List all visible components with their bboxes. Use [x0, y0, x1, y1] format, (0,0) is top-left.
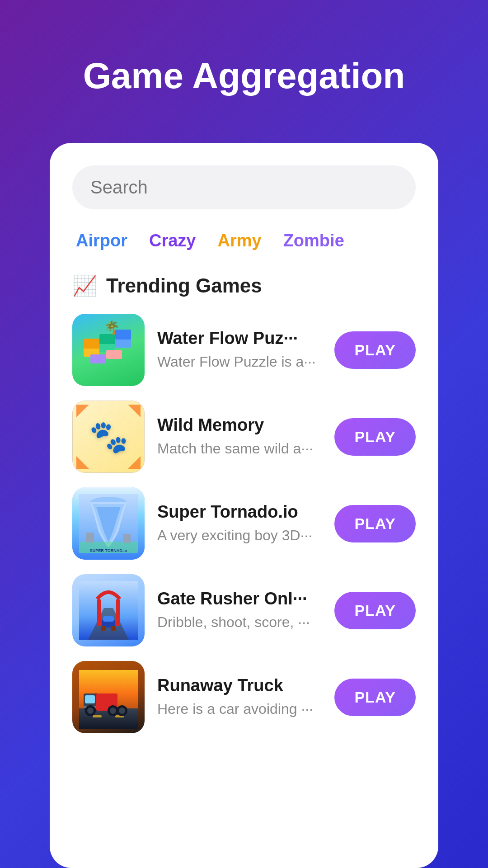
search-bar[interactable]	[72, 165, 416, 209]
game-info-gate-rusher: Gate Rusher Onl··· Dribble, shoot, score…	[157, 589, 322, 632]
play-button-water-flow[interactable]: PLAY	[334, 331, 416, 369]
svg-rect-12	[86, 533, 94, 542]
game-desc: Here is a car avoiding ···	[157, 700, 322, 719]
table-row: 🌴 Water Flow Puz··· Water Flow Puzzle is…	[72, 314, 416, 386]
corner-decoration	[128, 405, 141, 417]
corner-decoration	[76, 405, 89, 417]
play-button-wild-memory[interactable]: PLAY	[334, 418, 416, 456]
game-desc: Match the same wild a···	[157, 439, 322, 458]
svg-rect-6	[90, 354, 106, 363]
game-name: Gate Rusher Onl···	[157, 589, 322, 609]
svg-rect-16	[97, 599, 101, 626]
table-row: SUPER TORNAD.io Super Tornado.io A very …	[72, 487, 416, 560]
svg-point-21	[111, 626, 116, 631]
page-title: Game Aggregation	[83, 54, 405, 98]
svg-point-34	[110, 708, 116, 714]
svg-point-20	[101, 626, 106, 631]
tag-zombie[interactable]: Zombie	[283, 231, 344, 250]
svg-rect-1	[84, 339, 99, 349]
table-row: Runaway Truck Here is a car avoiding ···…	[72, 661, 416, 733]
game-name: Water Flow Puz···	[157, 328, 322, 349]
game-icon-gate-rusher	[72, 574, 145, 646]
section-title: Trending Games	[106, 274, 262, 297]
tag-crazy[interactable]: Crazy	[149, 231, 196, 250]
game-name: Runaway Truck	[157, 675, 322, 696]
svg-rect-7	[106, 350, 122, 359]
table-row: Gate Rusher Onl··· Dribble, shoot, score…	[72, 574, 416, 646]
game-info-water-flow: Water Flow Puz··· Water Flow Puzzle is a…	[157, 328, 322, 371]
svg-rect-19	[103, 616, 114, 622]
game-icon-wild-memory: 🐾	[72, 401, 145, 473]
paw-icon: 🐾	[89, 418, 128, 455]
trending-icon: 📈	[72, 274, 97, 297]
game-list: 🌴 Water Flow Puz··· Water Flow Puzzle is…	[72, 314, 416, 733]
play-button-gate-rusher[interactable]: PLAY	[334, 592, 416, 629]
play-button-runaway-truck[interactable]: PLAY	[334, 679, 416, 716]
corner-decoration	[76, 456, 89, 469]
corner-decoration	[128, 456, 141, 469]
svg-text:🌴: 🌴	[104, 321, 120, 335]
svg-text:SUPER TORNAD.io: SUPER TORNAD.io	[90, 548, 127, 553]
game-icon-water-flow: 🌴	[72, 314, 145, 386]
search-input[interactable]	[90, 177, 398, 198]
game-icon-tornado: SUPER TORNAD.io	[72, 487, 145, 560]
game-icon-runaway-truck	[72, 661, 145, 733]
tag-army[interactable]: Army	[218, 231, 262, 250]
svg-rect-3	[99, 334, 115, 344]
table-row: 🐾 Wild Memory Match the same wild a··· P…	[72, 401, 416, 473]
svg-rect-4	[115, 339, 131, 348]
play-button-tornado[interactable]: PLAY	[334, 505, 416, 542]
section-header: 📈 Trending Games	[72, 274, 416, 297]
game-name: Wild Memory	[157, 415, 322, 436]
game-name: Super Tornado.io	[157, 502, 322, 523]
game-desc: A very exciting boy 3D···	[157, 526, 322, 545]
game-desc: Dribble, shoot, score, ···	[157, 613, 322, 632]
tag-airport[interactable]: Airpor	[76, 231, 127, 250]
svg-rect-13	[123, 534, 131, 543]
svg-rect-24	[93, 715, 102, 717]
svg-point-36	[119, 708, 125, 714]
game-desc: Water Flow Puzzle is a···	[157, 353, 322, 372]
game-info-tornado: Super Tornado.io A very exciting boy 3D·…	[157, 502, 322, 545]
game-info-runaway-truck: Runaway Truck Here is a car avoiding ···	[157, 675, 322, 718]
svg-rect-17	[116, 599, 120, 626]
game-info-wild-memory: Wild Memory Match the same wild a···	[157, 415, 322, 458]
tags-row: Airpor Crazy Army Zombie	[72, 231, 416, 250]
svg-rect-28	[85, 695, 95, 703]
main-card: Airpor Crazy Army Zombie 📈 Trending Game…	[50, 143, 438, 868]
svg-point-32	[87, 708, 94, 714]
